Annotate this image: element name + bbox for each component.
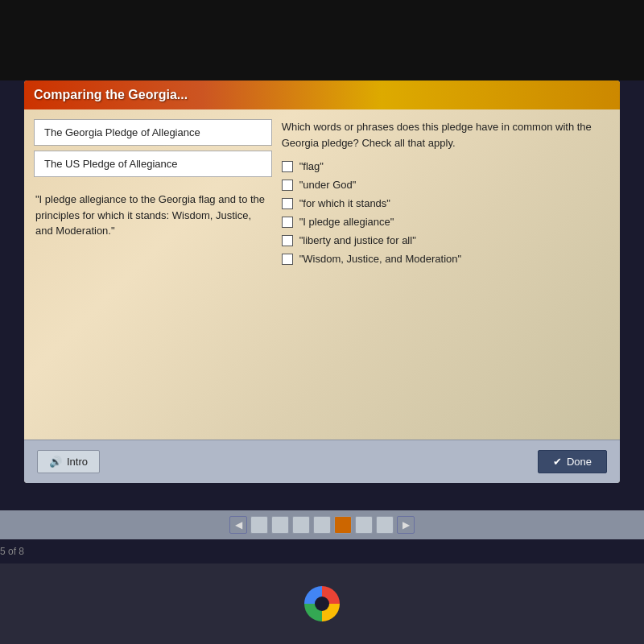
right-panel: Which words or phrases does this pledge … — [282, 119, 610, 430]
chrome-bar — [0, 564, 644, 644]
left-panel: The Georgia Pledge of Allegiance The US … — [34, 119, 272, 430]
option-flag-label: "flag" — [299, 160, 324, 172]
title-bar: Comparing the Georgia... — [24, 80, 620, 109]
georgia-pledge-label: The Georgia Pledge of Allegiance — [44, 126, 200, 138]
georgia-pledge-item[interactable]: The Georgia Pledge of Allegiance — [34, 119, 272, 146]
checkbox-liberty[interactable] — [282, 235, 293, 246]
bottom-bar: 🔊 Intro ✔ Done — [24, 440, 620, 483]
us-pledge-label: The US Pledge of Allegiance — [44, 158, 178, 170]
title-bar-text: Comparing the Georgia... — [34, 88, 188, 102]
laptop-screen: Comparing the Georgia... The Georgia Ple… — [24, 80, 620, 483]
pledge-text: "I pledge allegiance to the Georgia flag… — [34, 188, 272, 242]
checkbox-for-which[interactable] — [282, 198, 293, 209]
checkbox-wisdom[interactable] — [282, 254, 293, 265]
top-bar — [0, 0, 644, 80]
question-text: Which words or phrases does this pledge … — [282, 119, 610, 151]
nav-dots-bar: ◀ ▶ — [0, 510, 644, 539]
option-liberty[interactable]: "liberty and justice for all" — [282, 234, 610, 246]
option-under-god[interactable]: "under God" — [282, 179, 610, 191]
checkbox-flag[interactable] — [282, 161, 293, 172]
page-indicator: 5 of 8 — [0, 546, 24, 557]
option-for-which[interactable]: "for which it stands" — [282, 197, 610, 209]
checkbox-under-god[interactable] — [282, 180, 293, 191]
nav-dot-6[interactable] — [355, 516, 373, 534]
done-label: Done — [567, 456, 592, 468]
option-wisdom-label: "Wisdom, Justice, and Moderation" — [299, 253, 461, 265]
checkbox-i-pledge[interactable] — [282, 217, 293, 228]
nav-dot-1[interactable] — [250, 516, 268, 534]
chrome-icon[interactable] — [304, 586, 340, 621]
option-liberty-label: "liberty and justice for all" — [299, 234, 416, 246]
nav-dot-5-active[interactable] — [334, 516, 352, 534]
us-pledge-item[interactable]: The US Pledge of Allegiance — [34, 151, 272, 177]
option-flag[interactable]: "flag" — [282, 160, 610, 172]
intro-label: Intro — [67, 456, 88, 468]
option-wisdom[interactable]: "Wisdom, Justice, and Moderation" — [282, 253, 610, 265]
option-under-god-label: "under God" — [299, 179, 357, 191]
screen: Comparing the Georgia... The Georgia Ple… — [0, 0, 644, 644]
main-content: The Georgia Pledge of Allegiance The US … — [24, 109, 620, 440]
nav-dot-4[interactable] — [313, 516, 331, 534]
nav-dot-7[interactable] — [376, 516, 394, 534]
nav-next-arrow[interactable]: ▶ — [397, 516, 415, 534]
nav-dot-3[interactable] — [292, 516, 310, 534]
nav-prev-arrow[interactable]: ◀ — [229, 516, 247, 534]
option-i-pledge[interactable]: "I pledge allegiance" — [282, 216, 610, 228]
intro-button[interactable]: 🔊 Intro — [37, 450, 100, 473]
nav-dot-2[interactable] — [271, 516, 289, 534]
option-i-pledge-label: "I pledge allegiance" — [299, 216, 394, 228]
option-for-which-label: "for which it stands" — [299, 197, 390, 209]
checkmark-icon: ✔ — [553, 456, 562, 468]
speaker-icon: 🔊 — [49, 456, 62, 468]
done-button[interactable]: ✔ Done — [538, 450, 607, 473]
